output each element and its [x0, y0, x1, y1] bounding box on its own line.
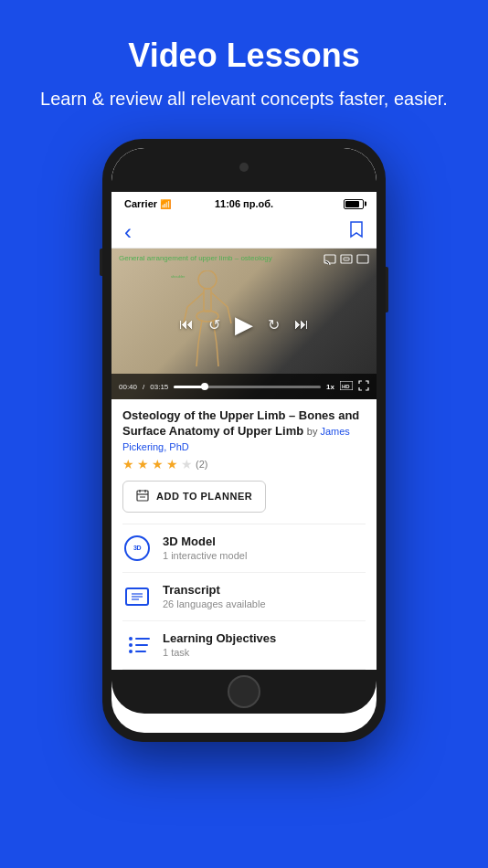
bookmark-button[interactable]: [349, 220, 364, 243]
feature-item-3d[interactable]: 3D 3D Model 1 interactive model: [122, 524, 366, 573]
star-5: ★: [181, 457, 193, 471]
status-time: 11:06 пр.об.: [215, 198, 273, 209]
battery: [344, 199, 364, 209]
svg-point-4: [198, 270, 217, 289]
phone-frame: Carrier 📶 11:06 пр.об. ‹: [102, 139, 386, 742]
feature-item-transcript[interactable]: Transcript 26 languages available: [122, 573, 366, 621]
play-button[interactable]: ▶: [235, 310, 253, 338]
progress-thumb: [201, 383, 208, 390]
speed-button[interactable]: 1x: [326, 383, 334, 391]
quality-icon[interactable]: HD: [340, 381, 353, 392]
objectives-icon: [125, 637, 150, 653]
current-time: 00:40: [119, 383, 137, 391]
lesson-title: Osteology of the Upper Limb – Bones and …: [122, 408, 366, 455]
3d-model-icon: 3D: [124, 535, 150, 561]
status-right: [344, 199, 364, 209]
transcript-feature-subtitle: 26 languages available: [163, 598, 366, 609]
add-to-planner-button[interactable]: ADD TO PLANNER: [122, 481, 266, 513]
objectives-feature-subtitle: 1 task: [163, 647, 366, 658]
3d-feature-text: 3D Model 1 interactive model: [163, 535, 366, 561]
header-section: Video Lessons Learn & review all relevan…: [13, 0, 475, 130]
rating-row: ★ ★ ★ ★ ★ (2): [122, 457, 366, 471]
objectives-feature-title: Learning Objectives: [163, 631, 366, 645]
svg-text:HD: HD: [342, 384, 350, 389]
phone-wrapper: Carrier 📶 11:06 пр.об. ‹: [102, 139, 386, 742]
transcript-feature-title: Transcript: [163, 583, 366, 597]
battery-fill: [345, 201, 359, 207]
transcript-feature-text: Transcript 26 languages available: [163, 583, 366, 609]
status-bar: Carrier 📶 11:06 пр.об.: [111, 192, 377, 216]
svg-line-14: [217, 344, 218, 366]
svg-line-13: [196, 344, 198, 366]
video-player: General arrangement of upper limb – oste…: [111, 249, 377, 399]
video-progress-bar[interactable]: 00:40 / 03:15 1x HD: [111, 374, 377, 399]
rewind-button[interactable]: ↺: [208, 315, 220, 333]
3d-feature-title: 3D Model: [163, 535, 366, 548]
video-title: General arrangement of upper limb – oste…: [119, 254, 272, 262]
svg-rect-0: [324, 255, 335, 263]
svg-line-6: [187, 292, 204, 307]
nav-bar: ‹: [111, 216, 377, 249]
screen-icon[interactable]: [340, 254, 353, 267]
phone-camera: [239, 163, 249, 172]
content-section: Osteology of the Upper Limb – Bones and …: [111, 399, 377, 670]
next-button[interactable]: ⏭: [294, 316, 309, 333]
star-4: ★: [166, 457, 178, 471]
phone-inner: Carrier 📶 11:06 пр.об. ‹: [111, 148, 377, 733]
objectives-icon-wrap: [122, 630, 152, 660]
page-title: Video Lessons: [40, 37, 448, 75]
wifi-icon: 📶: [160, 199, 171, 209]
svg-rect-18: [137, 491, 148, 501]
transcript-icon: [125, 587, 149, 606]
status-carrier: Carrier 📶: [124, 198, 171, 209]
rating-count: (2): [196, 459, 207, 470]
home-button[interactable]: [228, 675, 260, 708]
star-3: ★: [152, 457, 164, 471]
back-button[interactable]: ‹: [124, 219, 132, 245]
objectives-feature-text: Learning Objectives 1 task: [163, 631, 366, 658]
feature-list: 3D 3D Model 1 interactive model: [122, 524, 366, 670]
star-2: ★: [137, 457, 149, 471]
forward-button[interactable]: ↻: [268, 315, 280, 333]
progress-fill: [174, 386, 205, 388]
svg-rect-1: [341, 255, 352, 263]
svg-rect-5: [204, 289, 211, 312]
svg-rect-2: [344, 258, 349, 260]
svg-text:shoulder: shoulder: [171, 274, 186, 279]
fullscreen-icon[interactable]: [358, 380, 369, 393]
3d-icon-wrap: 3D: [122, 534, 152, 563]
page-subtitle: Learn & review all relevant concepts fas…: [40, 86, 448, 111]
svg-rect-3: [357, 255, 368, 263]
feature-item-objectives[interactable]: Learning Objectives 1 task: [122, 621, 366, 670]
pip-icon[interactable]: [356, 254, 369, 267]
phone-bottom-bezel: [111, 670, 377, 714]
total-time: 03:15: [150, 383, 168, 391]
prev-button[interactable]: ⏮: [179, 316, 194, 333]
svg-line-7: [211, 292, 228, 307]
star-1: ★: [122, 457, 134, 471]
phone-side-btn-right: [386, 267, 388, 312]
video-play-controls: ⏮ ↺ ▶ ↻ ⏭: [179, 310, 309, 338]
cast-icon[interactable]: [324, 254, 336, 267]
transcript-icon-wrap: [122, 582, 152, 611]
phone-top-bezel: [111, 148, 377, 192]
add-planner-label: ADD TO PLANNER: [156, 491, 252, 502]
progress-track[interactable]: [174, 386, 321, 388]
video-controls-top: [324, 254, 369, 267]
3d-feature-subtitle: 1 interactive model: [163, 550, 366, 561]
planner-icon: [136, 489, 149, 504]
